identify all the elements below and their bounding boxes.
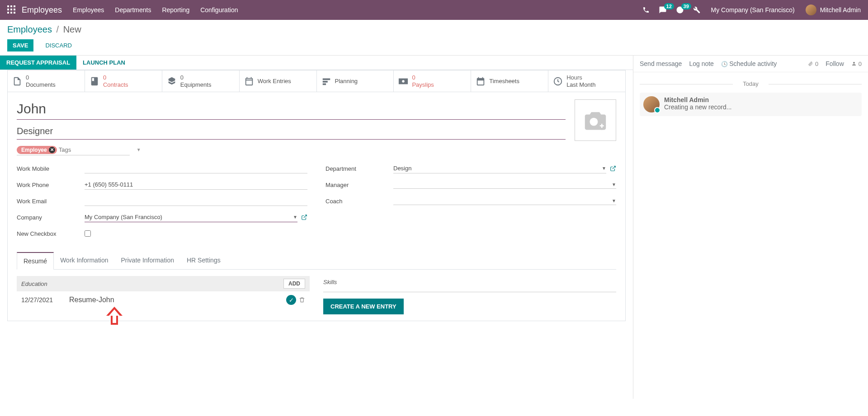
stat-equipments[interactable]: 0Equipments <box>162 70 240 92</box>
work-email-input[interactable] <box>85 196 307 206</box>
stat-work-entries[interactable]: Work Entries <box>240 70 317 92</box>
tab-private-information[interactable]: Private Information <box>114 252 180 269</box>
tag-employee: Employee ✕ <box>17 146 57 154</box>
log-note-button[interactable]: Log note <box>689 60 714 67</box>
top-navbar: Employees Employees Departments Reportin… <box>0 0 868 20</box>
resume-add-button[interactable]: ADD <box>283 279 305 289</box>
avatar-upload[interactable] <box>575 99 616 141</box>
svg-rect-6 <box>7 12 9 14</box>
discard-button[interactable]: DISCARD <box>40 39 77 51</box>
svg-rect-3 <box>7 9 9 10</box>
svg-rect-4 <box>10 9 12 10</box>
send-message-button[interactable]: Send message <box>640 60 682 67</box>
breadcrumb-leaf: New <box>63 24 81 34</box>
new-checkbox[interactable] <box>85 230 91 237</box>
stat-contracts[interactable]: 0Contracts <box>85 70 162 92</box>
tags-field[interactable]: Employee ✕ ▼ <box>17 145 130 155</box>
chatter-message: Mitchell Admin Creating a new record... <box>640 93 862 116</box>
chatter: Send message Log note Schedule activity … <box>633 56 868 399</box>
department-select[interactable]: Design▼ <box>393 164 606 173</box>
tag-remove-icon[interactable]: ✕ <box>49 147 55 153</box>
stat-planning[interactable]: Planning <box>317 70 394 92</box>
schedule-activity-button[interactable]: Schedule activity <box>721 60 777 67</box>
calendar-icon <box>244 76 254 86</box>
tab-hr-settings[interactable]: HR Settings <box>180 252 227 269</box>
chat-badge: 12 <box>664 3 674 9</box>
calendar-icon <box>476 76 486 86</box>
stat-timesheets[interactable]: Timesheets <box>471 70 548 92</box>
nav-configuration[interactable]: Configuration <box>200 6 238 14</box>
job-title-input[interactable] <box>17 124 566 140</box>
svg-rect-8 <box>14 12 15 14</box>
breadcrumb: Employees / New <box>7 24 861 35</box>
user-menu[interactable]: Mitchell Admin <box>806 5 861 15</box>
cubes-icon <box>167 76 177 86</box>
messaging-icon[interactable]: 12 <box>659 6 667 14</box>
control-panel: Employees / New SAVE DISCARD <box>0 20 868 55</box>
tab-work-information[interactable]: Work Information <box>54 252 114 269</box>
coach-select[interactable]: ▼ <box>393 197 616 205</box>
message-avatar <box>643 96 660 112</box>
nav-employees[interactable]: Employees <box>73 6 104 14</box>
attachments-count[interactable]: 0 <box>808 61 818 67</box>
create-skill-entry-button[interactable]: CREATE A NEW ENTRY <box>323 299 404 314</box>
svg-rect-5 <box>14 9 15 10</box>
user-name: Mitchell Admin <box>820 6 861 14</box>
nav-reporting[interactable]: Reporting <box>162 6 189 14</box>
stat-documents[interactable]: 0Documents <box>8 70 85 92</box>
request-appraisal-button[interactable]: REQUEST APPRAISAL <box>0 56 76 70</box>
money-icon <box>398 76 408 86</box>
chatter-date-separator: Today <box>640 80 862 87</box>
external-link-icon[interactable] <box>301 214 307 220</box>
external-link-icon[interactable] <box>610 165 616 172</box>
svg-point-11 <box>590 118 598 126</box>
work-mobile-input[interactable] <box>85 164 307 173</box>
svg-rect-1 <box>10 5 12 7</box>
clock-icon <box>553 76 563 86</box>
trash-icon[interactable] <box>299 297 305 303</box>
book-icon <box>90 76 99 86</box>
follow-button[interactable]: Follow <box>826 60 844 67</box>
employee-name-input[interactable] <box>17 99 566 120</box>
breadcrumb-root[interactable]: Employees <box>7 24 52 34</box>
document-icon <box>12 76 22 86</box>
debug-icon[interactable] <box>693 6 700 14</box>
activity-icon[interactable]: 39 <box>676 6 684 14</box>
manager-select[interactable]: ▼ <box>393 181 616 189</box>
company-selector[interactable]: My Company (San Francisco) <box>711 6 795 14</box>
chevron-down-icon: ▼ <box>137 147 141 152</box>
user-avatar <box>806 5 816 15</box>
svg-rect-2 <box>14 5 15 7</box>
apps-icon[interactable] <box>7 5 16 14</box>
resume-entry[interactable]: 12/27/2021 Resume-John ✓ <box>17 291 310 308</box>
tags-input[interactable] <box>57 145 137 154</box>
form-sheet: 0Documents 0Contracts 0Equipments Work E… <box>7 70 626 321</box>
button-box: 0Documents 0Contracts 0Equipments Work E… <box>8 70 625 92</box>
activity-badge: 39 <box>681 3 691 9</box>
stat-hours-last-month[interactable]: HoursLast Month <box>548 70 625 92</box>
planning-icon <box>321 76 331 86</box>
svg-rect-0 <box>7 5 9 7</box>
check-icon[interactable]: ✓ <box>286 295 296 305</box>
app-title: Employees <box>22 5 62 15</box>
tab-resume[interactable]: Resumé <box>17 252 54 270</box>
stat-payslips[interactable]: 0Payslips <box>394 70 471 92</box>
phone-icon[interactable] <box>642 6 650 14</box>
launch-plan-button[interactable]: LAUNCH PLAN <box>76 56 132 70</box>
company-select[interactable]: My Company (San Francisco)▼ <box>85 212 297 222</box>
statusbar: REQUEST APPRAISAL LAUNCH PLAN <box>0 56 633 70</box>
skills-header: Skills <box>323 276 616 292</box>
followers-count[interactable]: 0 <box>851 61 862 67</box>
svg-rect-7 <box>10 12 12 14</box>
nav-departments[interactable]: Departments <box>115 6 151 14</box>
resume-section-header: Education ADD <box>17 276 310 291</box>
notebook-tabs: Resumé Work Information Private Informat… <box>17 252 616 270</box>
save-button[interactable]: SAVE <box>7 39 33 51</box>
work-phone-input[interactable] <box>85 180 307 190</box>
